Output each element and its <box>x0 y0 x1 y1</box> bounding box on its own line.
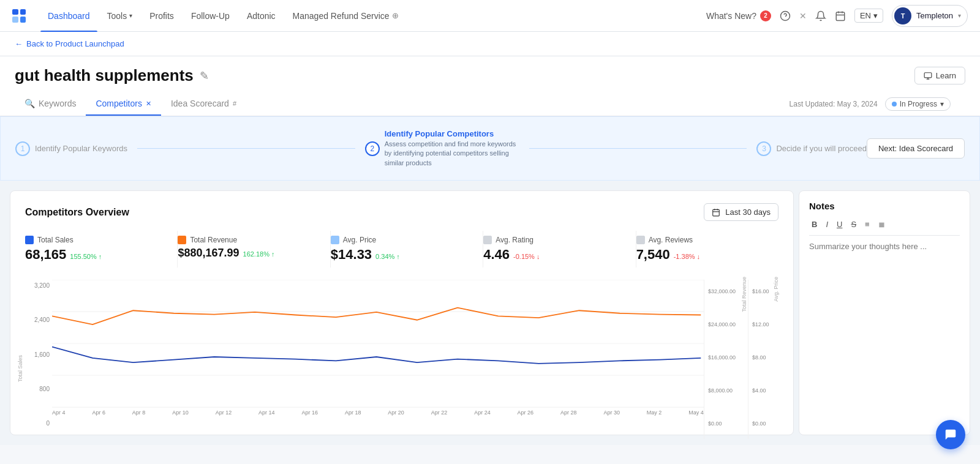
date-range-button[interactable]: Last 30 days <box>704 203 778 221</box>
calendar-icon[interactable] <box>835 10 846 21</box>
page-header: gut health supplements ✎ Learn 🔍 Keyword… <box>0 56 980 116</box>
top-navigation: Dashboard Tools ▾ Profits Follow-Up Adto… <box>0 0 980 32</box>
nav-item-tools[interactable]: Tools ▾ <box>100 0 140 32</box>
step-number-1: 1 <box>15 141 30 156</box>
arrow-left-icon: ← <box>15 39 23 48</box>
ordered-list-button[interactable]: ≡ <box>862 219 872 230</box>
monitor-icon <box>924 72 932 80</box>
line-chart: Apr 4Apr 6Apr 8Apr 10 Apr 12Apr 14Apr 16… <box>52 280 704 439</box>
metric-label-rating: Avg. Rating <box>496 236 533 244</box>
svg-rect-9 <box>713 209 720 216</box>
last-updated-label: Last Updated: May 3, 2024 <box>790 100 878 108</box>
y-axis-revenue-labels: Total Revenue $32,000.00 $24,000.00 $16,… <box>704 280 748 439</box>
italic-button[interactable]: I <box>823 219 831 230</box>
metric-value-price: $14.33 <box>331 247 372 263</box>
status-indicator <box>892 102 897 107</box>
step-connector-1 <box>137 148 355 149</box>
notes-input[interactable] <box>809 242 960 334</box>
step-number-3: 3 <box>756 141 771 156</box>
chevron-down-icon: ▾ <box>940 100 944 108</box>
workflow-step-2: 2 Identify Popular Competitors Assess co… <box>365 129 519 168</box>
metric-checkbox-price[interactable] <box>331 236 339 244</box>
metric-change-sales: 155.50% ↑ <box>70 253 102 260</box>
chart-section: Competitors Overview Last 30 days Total … <box>10 190 794 435</box>
status-badge[interactable]: In Progress ▾ <box>885 97 951 111</box>
metric-avg-price: Avg. Price $14.33 0.34% ↑ <box>331 231 483 268</box>
strikethrough-button[interactable]: S <box>848 219 859 230</box>
y-axis-price-labels: Avg. Price $16.00 $12.00 $8.00 $4.00 $0.… <box>748 280 778 439</box>
learn-button[interactable]: Learn <box>914 67 965 84</box>
workflow-step-3: 3 Decide if you will proceed <box>756 141 866 156</box>
tabs: 🔍 Keywords Competitors ✕ Idea Scorecard … <box>15 92 246 116</box>
chevron-down-icon: ▾ <box>129 12 132 19</box>
y-axis-price-label: Avg. Price <box>773 277 779 302</box>
chat-icon <box>944 428 957 441</box>
chart-area: 3,200 2,400 1,600 800 0 <box>25 280 778 439</box>
close-icon[interactable]: ✕ <box>799 11 807 21</box>
next-step-button[interactable]: Next: Idea Scorecard <box>867 138 965 159</box>
user-name-label: Templeton <box>916 11 953 20</box>
close-icon: ✕ <box>146 100 151 108</box>
step-connector-2 <box>529 148 747 149</box>
bold-button[interactable]: B <box>809 219 820 230</box>
metric-change-reviews: -1.38% ↓ <box>674 253 700 260</box>
unordered-list-button[interactable]: ≣ <box>876 219 888 230</box>
language-label: EN <box>860 11 871 20</box>
metric-change-revenue: 162.18% ↑ <box>243 250 275 258</box>
metric-label-price: Avg. Price <box>343 236 376 244</box>
tab-idea-scorecard[interactable]: Idea Scorecard # <box>161 92 246 116</box>
nav-item-adtonic[interactable]: Adtonic <box>239 0 283 32</box>
metric-total-revenue: Total Revenue $880,167.99 162.18% ↑ <box>178 231 330 268</box>
notes-title: Notes <box>809 201 960 211</box>
metric-avg-rating: Avg. Rating 4.46 -0.15% ↓ <box>483 231 636 268</box>
chart-svg <box>52 280 704 408</box>
main-content: Competitors Overview Last 30 days Total … <box>0 181 980 445</box>
overview-title: Competitors Overview <box>25 207 129 218</box>
notifications-icon[interactable] <box>815 10 826 21</box>
language-selector[interactable]: EN ▾ <box>854 9 883 23</box>
tab-competitors[interactable]: Competitors ✕ <box>86 92 160 116</box>
nav-item-managed-refund[interactable]: Managed Refund Service ⊕ <box>285 0 406 32</box>
search-icon: 🔍 <box>24 99 35 108</box>
tab-keywords[interactable]: 🔍 Keywords <box>15 92 86 116</box>
metric-value-sales: 68,165 <box>25 247 66 263</box>
metric-checkbox-sales[interactable] <box>25 236 34 244</box>
edit-icon[interactable]: ✎ <box>200 69 209 83</box>
step-number-2: 2 <box>365 141 380 156</box>
topnav-right: What's New? 2 ✕ EN ▾ T Templeton ▾ <box>706 5 968 27</box>
nav-item-profits[interactable]: Profits <box>142 0 181 32</box>
workflow-banner: 1 Identify Popular Keywords 2 Identify P… <box>0 116 980 181</box>
page-title: gut health supplements <box>15 66 194 85</box>
whats-new-label: What's New? <box>706 11 756 21</box>
step-label-2: Identify Popular Competitors Assess comp… <box>385 129 519 168</box>
nav-item-dashboard[interactable]: Dashboard <box>40 0 97 32</box>
metric-checkbox-rating[interactable] <box>483 236 492 244</box>
nav-links: Dashboard Tools ▾ Profits Follow-Up Adto… <box>40 0 706 32</box>
x-axis-labels: Apr 4Apr 6Apr 8Apr 10 Apr 12Apr 14Apr 16… <box>52 410 704 416</box>
user-menu-button[interactable]: T Templeton ▾ <box>892 5 968 27</box>
help-icon[interactable] <box>780 10 791 21</box>
svg-rect-2 <box>836 12 845 21</box>
metric-checkbox-reviews[interactable] <box>636 236 645 244</box>
underline-button[interactable]: U <box>834 219 845 230</box>
metric-change-rating: -0.15% ↓ <box>513 253 540 260</box>
metric-total-sales: Total Sales 68,165 155.50% ↑ <box>25 231 178 268</box>
metric-checkbox-revenue[interactable] <box>178 236 186 244</box>
metric-value-rating: 4.46 <box>483 247 510 263</box>
metric-label-reviews: Avg. Reviews <box>649 236 693 244</box>
back-to-launchpad-link[interactable]: ← Back to Product Launchpad <box>0 32 980 56</box>
calendar-icon <box>712 208 720 217</box>
metric-label-revenue: Total Revenue <box>190 236 237 244</box>
workflow-steps: 1 Identify Popular Keywords 2 Identify P… <box>15 129 867 168</box>
metric-change-price: 0.34% ↑ <box>375 253 400 260</box>
whats-new-button[interactable]: What's New? 2 <box>706 10 771 21</box>
grid-icon: # <box>233 100 236 107</box>
nav-item-followup[interactable]: Follow-Up <box>184 0 237 32</box>
avatar: T <box>894 7 911 24</box>
step-label-1: Identify Popular Keywords <box>35 144 127 153</box>
chat-fab-button[interactable] <box>936 420 965 445</box>
app-logo[interactable] <box>12 9 26 23</box>
metric-value-reviews: 7,540 <box>636 247 670 263</box>
workflow-step-1: 1 Identify Popular Keywords <box>15 141 127 156</box>
step-label-3: Decide if you will proceed <box>776 144 866 153</box>
